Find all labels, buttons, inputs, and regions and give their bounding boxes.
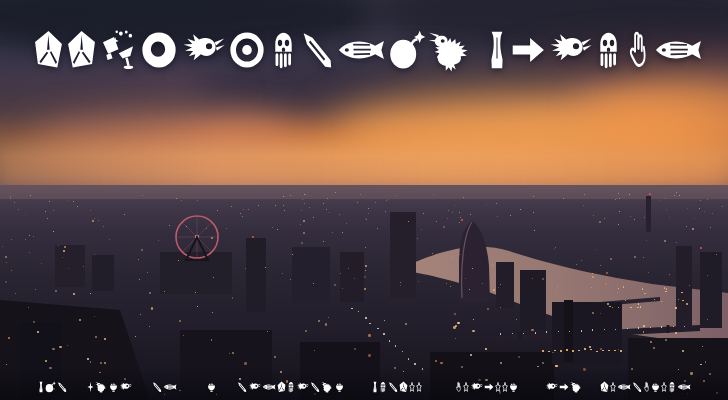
glyph-group	[600, 381, 691, 393]
glyph-group	[207, 381, 216, 393]
gem-left-icon	[399, 381, 408, 393]
star-outline-icon	[661, 381, 667, 393]
bowl-icon	[509, 381, 518, 393]
broken-glass-icon	[99, 29, 137, 71]
rooster-icon	[95, 381, 108, 393]
star-outline-icon	[610, 381, 616, 393]
bowl-icon	[335, 381, 344, 393]
fish-icon	[677, 381, 691, 393]
glyph-group	[87, 381, 132, 393]
parrot-icon	[548, 29, 592, 71]
glyph-group	[372, 381, 422, 393]
pen-nib-icon	[237, 381, 247, 393]
star-outline-icon	[502, 381, 508, 393]
fish-icon	[163, 381, 177, 393]
hand-icon	[643, 381, 650, 393]
gem-left-icon	[600, 381, 609, 393]
parrot-icon	[181, 29, 225, 71]
donut-icon	[139, 29, 179, 71]
bomb-icon	[388, 29, 426, 71]
parrot-icon	[296, 381, 309, 393]
fish-icon	[262, 381, 276, 393]
fish-icon	[336, 29, 386, 71]
pen-nib-icon	[152, 381, 162, 393]
star-outline-icon	[463, 381, 469, 393]
bowl-icon	[207, 381, 216, 393]
rooster-icon	[428, 29, 475, 71]
rooster-icon	[321, 381, 334, 393]
star-outline-icon	[495, 381, 501, 393]
hand-icon	[455, 381, 462, 393]
arrow-right-icon	[559, 381, 569, 393]
fish-icon	[617, 381, 631, 393]
glyph-group	[545, 381, 583, 393]
glyph-group	[455, 381, 518, 393]
hand-icon	[625, 29, 651, 71]
gem-right-icon	[66, 29, 97, 71]
bomb-icon	[45, 381, 56, 393]
pillar-icon	[372, 381, 378, 393]
pen-nib-icon	[388, 381, 398, 393]
glyph-group	[237, 381, 344, 393]
glyph-group	[486, 29, 703, 71]
pen-nib-icon	[632, 381, 642, 393]
parrot-icon	[119, 381, 132, 393]
parrot-icon	[545, 381, 558, 393]
squid-icon	[594, 29, 623, 71]
pen-nib-icon	[57, 381, 67, 393]
pen-nib-icon	[310, 381, 320, 393]
pillar-icon	[38, 381, 44, 393]
parrot-icon	[248, 381, 261, 393]
squid-icon	[379, 381, 387, 393]
target-icon	[227, 29, 267, 71]
pen-nib-icon	[300, 29, 334, 71]
parrot-icon	[470, 381, 483, 393]
arrow-right-icon	[484, 381, 494, 393]
star-outline-icon	[409, 381, 415, 393]
glyph-group	[38, 381, 67, 393]
bowl-icon	[109, 381, 118, 393]
squid-icon	[287, 381, 295, 393]
glyph-group	[33, 29, 475, 71]
star-icon	[87, 381, 94, 393]
glyph-group	[152, 381, 177, 393]
rooster-icon	[570, 381, 583, 393]
bowl-icon	[651, 381, 660, 393]
star-outline-icon	[416, 381, 422, 393]
fish-icon	[653, 29, 703, 71]
gem-left-icon	[33, 29, 64, 71]
arrow-right-icon	[510, 29, 546, 71]
gem-right-icon	[277, 381, 286, 393]
squid-icon	[269, 29, 298, 71]
font-specimen-photo	[0, 0, 728, 400]
pillar-icon	[486, 29, 508, 71]
squid-icon	[668, 381, 676, 393]
